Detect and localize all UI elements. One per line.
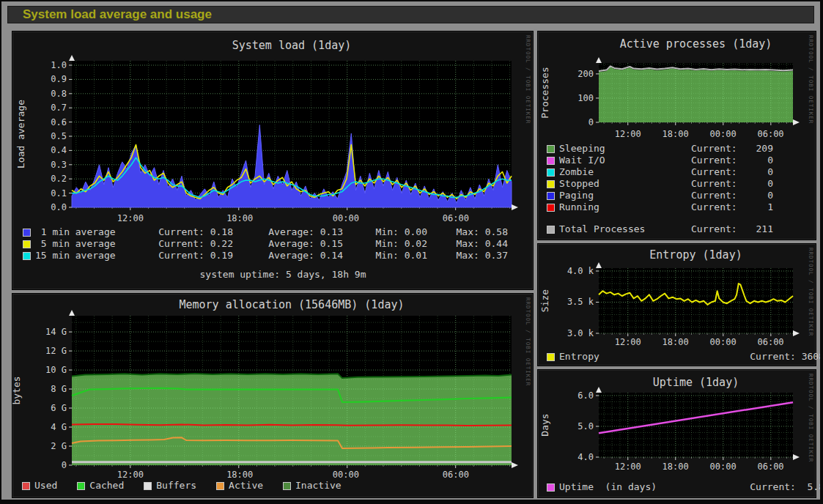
uptime-chart[interactable]: Uptime (1day)Days4.05.06.012:0018:0000:0…: [538, 370, 817, 477]
panel-system-load: System load (1day)Load average0.00.10.20…: [12, 31, 534, 290]
legend-text: Min: 0.00: [343, 226, 427, 238]
legend-text: 0: [742, 178, 773, 190]
legend-text: Used: [34, 480, 57, 492]
munin-dashboard: System load average and usage System loa…: [0, 0, 823, 504]
rrdtool-watermark: RRDTOOL / TOBI OETIKER: [525, 297, 531, 386]
legend-row: Uptime (in days)Current: 5.8: [547, 481, 823, 493]
svg-text:3.0 k: 3.0 k: [567, 328, 594, 338]
legend-text: Buffers: [156, 480, 196, 492]
legend-text: Stopped: [559, 178, 691, 190]
legend-row: RunningCurrent:1: [547, 201, 823, 213]
legend-text: Inactive: [295, 480, 342, 492]
y-axis-arrow: [69, 55, 75, 61]
svg-text:0.9: 0.9: [51, 74, 67, 84]
svg-text:12:00: 12:00: [615, 337, 641, 347]
legend-text: Total Processes: [559, 223, 691, 235]
legend-text: Uptime (in days): [559, 481, 657, 493]
legend-text: 15 min average: [35, 250, 138, 262]
active-processes-chart[interactable]: Active processes (1day)Processes01002001…: [538, 32, 817, 140]
svg-text:0.7: 0.7: [51, 103, 67, 113]
legend-swatch: [547, 192, 555, 200]
svg-text:06:00: 06:00: [443, 213, 469, 223]
entropy-legend: EntropyCurrent: 3608: [538, 351, 823, 363]
legend-text: Zombie: [559, 166, 691, 178]
legend-swatch: [144, 482, 152, 490]
legend-row: Total ProcessesCurrent:211: [547, 223, 823, 235]
legend-text: 0: [742, 155, 773, 166]
svg-text:Entropy (1day): Entropy (1day): [649, 248, 742, 262]
svg-text:00:00: 00:00: [710, 129, 737, 139]
legend-swatch: [23, 229, 31, 237]
legend-text: Current: 0.18: [138, 226, 233, 238]
svg-text:06:00: 06:00: [757, 129, 783, 139]
svg-text:06:00: 06:00: [443, 470, 469, 480]
svg-text:00:00: 00:00: [333, 213, 359, 223]
panel-active-processes: Active processes (1day)Processes01002001…: [537, 31, 816, 240]
svg-text:10 G: 10 G: [45, 365, 67, 375]
legend-row: Wait I/OCurrent:0: [547, 155, 823, 166]
svg-text:0.6: 0.6: [51, 117, 67, 127]
legend-swatch: [23, 252, 31, 260]
svg-text:Active processes (1day): Active processes (1day): [620, 37, 772, 51]
legend-text: Average: 0.15: [233, 238, 343, 250]
legend-text: Current: 0.19: [138, 250, 233, 262]
svg-text:5.0: 5.0: [577, 421, 594, 431]
svg-text:100: 100: [577, 93, 594, 103]
system-load-legend: 1 min averageCurrent: 0.18Average: 0.13M…: [12, 226, 543, 281]
page-title-bar: System load average and usage: [7, 6, 814, 23]
svg-text:4 G: 4 G: [51, 422, 67, 432]
legend-text: Wait I/O: [559, 155, 691, 166]
svg-text:System load (1day): System load (1day): [232, 39, 352, 52]
rrdtool-watermark: RRDTOOL / TOBI OETIKER: [808, 248, 814, 336]
legend-row: ZombieCurrent:0: [547, 166, 823, 178]
svg-text:8 G: 8 G: [51, 384, 67, 394]
legend-swatch: [547, 157, 555, 165]
legend-swatch: [216, 482, 224, 490]
svg-text:18:00: 18:00: [226, 470, 253, 480]
svg-text:0.1: 0.1: [51, 188, 67, 199]
legend-text: 209: [742, 143, 773, 155]
legend-item: Buffers: [144, 480, 196, 492]
svg-text:0.4: 0.4: [51, 145, 67, 155]
svg-text:06:00: 06:00: [757, 462, 783, 472]
legend-row: StoppedCurrent:0: [547, 178, 823, 190]
panel-memory-allocation: Memory allocation (15646MB) (1day)bytes0…: [12, 293, 534, 498]
svg-text:200: 200: [577, 69, 594, 79]
area-series: [72, 374, 512, 465]
svg-text:06:00: 06:00: [757, 337, 783, 347]
svg-text:12:00: 12:00: [615, 129, 641, 139]
legend-text: 211: [742, 223, 773, 235]
svg-text:0.3: 0.3: [51, 160, 67, 170]
entropy-chart[interactable]: Entropy (1day)Size3.0 k3.5 k4.0 k12:0018…: [538, 244, 817, 348]
svg-text:4.0 k: 4.0 k: [567, 266, 594, 276]
legend-text: Average: 0.13: [233, 226, 343, 238]
legend-text: Average: 0.14: [233, 250, 343, 262]
system-load-chart[interactable]: System load (1day)Load average0.00.10.20…: [12, 32, 534, 226]
legend-text: 1: [742, 201, 773, 213]
legend-text: Current: 3608: [750, 351, 823, 363]
legend-text: Max: 0.37: [427, 250, 508, 262]
svg-text:Memory allocation (15646MB) (: Memory allocation (15646MB) (1day): [179, 298, 404, 311]
legend-text: 5 min average: [35, 238, 138, 250]
legend-swatch: [547, 353, 555, 361]
svg-text:1.0: 1.0: [51, 60, 67, 70]
svg-text:0.5: 0.5: [51, 131, 67, 141]
legend-row: 15 min averageCurrent: 0.19Average: 0.14…: [23, 250, 543, 262]
legend-swatch: [22, 482, 30, 490]
svg-text:bytes: bytes: [12, 376, 22, 404]
svg-text:18:00: 18:00: [226, 213, 253, 223]
panel-uptime: Uptime (1day)Days4.05.06.012:0018:0000:0…: [537, 369, 816, 498]
svg-text:Days: Days: [539, 413, 550, 436]
memory-allocation-legend: UsedCachedBuffersActiveInactive: [12, 480, 542, 492]
legend-text: Min: 0.01: [343, 250, 427, 262]
legend-text: 0: [742, 166, 773, 178]
svg-text:12:00: 12:00: [615, 462, 641, 472]
svg-text:14 G: 14 G: [45, 327, 67, 337]
legend-row: EntropyCurrent: 3608: [547, 351, 823, 363]
y-axis-arrow: [596, 387, 602, 393]
legend-swatch: [547, 145, 555, 153]
svg-text:0.8: 0.8: [51, 89, 67, 99]
active-processes-legend: SleepingCurrent:209Wait I/OCurrent:0Zomb…: [538, 143, 823, 235]
legend-text: 0: [742, 190, 773, 201]
memory-allocation-chart[interactable]: Memory allocation (15646MB) (1day)bytes0…: [12, 294, 534, 481]
